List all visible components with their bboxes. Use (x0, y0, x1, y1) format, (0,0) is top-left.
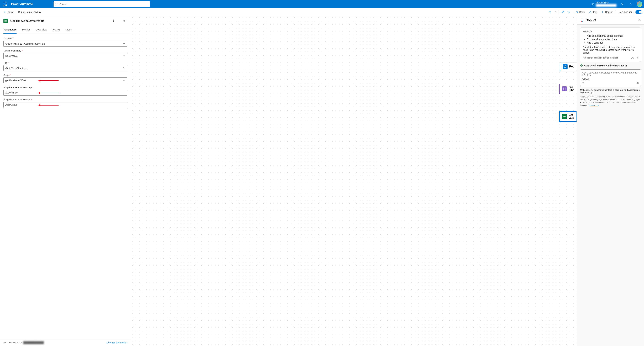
test-button[interactable]: Test (587, 10, 599, 14)
action-config-panel: Get TimeZoneOffset value Parameters Sett… (0, 16, 131, 346)
feedback-button[interactable] (560, 10, 565, 14)
gear-icon (621, 3, 624, 6)
input-timezone[interactable]: Asia/Seoul (4, 102, 127, 108)
variable-icon: {x} (562, 86, 567, 91)
close-copilot-button[interactable] (638, 18, 641, 22)
copilot-disclaimer: Make sure AI-generated content is accura… (580, 89, 641, 94)
more-vertical-icon (112, 19, 115, 22)
svg-rect-10 (576, 12, 578, 13)
change-connection-link[interactable]: Change connection (106, 341, 127, 344)
svg-marker-24 (38, 104, 40, 106)
save-icon (576, 11, 578, 14)
connected-service: Excel Online (Business) (599, 64, 627, 67)
annotation-arrow (38, 92, 58, 94)
tab-code-view[interactable]: Code view (36, 26, 47, 34)
avatar[interactable] (637, 2, 642, 7)
input-script[interactable]: getTimeZoneOffset (4, 78, 127, 83)
connected-to-label: Connected to (8, 341, 22, 344)
value-doclib: Documents (5, 54, 18, 57)
tab-settings[interactable]: Settings (22, 26, 30, 34)
app-name: Power Automate (11, 2, 33, 6)
send-icon[interactable] (636, 82, 639, 84)
close-icon (638, 18, 641, 21)
flow-name: Run at 5am everyday (18, 11, 41, 14)
clock-icon (563, 64, 568, 69)
card-label: valu (568, 116, 574, 120)
learn-more-link[interactable]: Learn more (589, 104, 598, 106)
test-label: Test (593, 11, 597, 14)
input-location[interactable]: SharePoint Site - Communication site (4, 41, 127, 47)
back-button[interactable]: Back (2, 10, 15, 14)
waffle-menu[interactable] (2, 1, 8, 8)
environment-name: ████████████ (596, 4, 616, 7)
thumbs-up-icon[interactable] (631, 56, 634, 59)
tab-parameters[interactable]: Parameters (4, 26, 16, 34)
field-doclib: Document Library * Documents (4, 50, 127, 59)
value-timestamp: 2015-01-15 (5, 91, 18, 94)
copilot-title: Copilot (586, 18, 636, 22)
field-timestamp: ScriptParameters/timestamp * 2015-01-15 (4, 86, 127, 96)
copilot-panel: Copilot example: Add an action that send… (577, 16, 644, 346)
sparkle-icon[interactable] (582, 82, 585, 84)
toolbar: Back Run at 5am everyday Save Test Copil… (0, 8, 644, 16)
flow-checker-button[interactable] (566, 10, 571, 14)
chevron-down-icon (122, 79, 125, 82)
copilot-icon (601, 11, 604, 14)
field-script: Script * getTimeZoneOffset (4, 74, 127, 83)
copilot-fine-print: Copilot is new technology that is still … (580, 95, 641, 106)
label-script: Script (4, 74, 9, 76)
copilot-label: Copilot (605, 11, 613, 14)
chevron-double-left-icon (123, 19, 126, 22)
search-box[interactable] (54, 2, 150, 7)
svg-marker-20 (38, 80, 40, 82)
svg-line-1 (57, 5, 58, 5)
copilot-message: example: Add an action that sends an ema… (580, 27, 641, 62)
input-timestamp[interactable]: 2015-01-15 (4, 90, 127, 96)
panel-header: Get TimeZoneOffset value (0, 16, 131, 26)
environment-selector[interactable]: Environments ████████████ (592, 2, 616, 7)
undo-button[interactable] (547, 10, 552, 14)
label-timezone: ScriptParameters/timezone (4, 98, 30, 101)
tab-about[interactable]: About (65, 26, 71, 34)
copilot-check-text: Check the flow's actions to see if any p… (583, 46, 638, 54)
thumbs-down-icon[interactable] (636, 56, 638, 59)
svg-point-6 (562, 11, 563, 12)
search-input[interactable] (60, 3, 148, 6)
label-location: Location (4, 37, 12, 40)
field-file: File * /DateTimeOffset.xlsx (4, 62, 127, 71)
svg-marker-22 (38, 92, 40, 94)
copilot-input-box[interactable]: 0/2000 (580, 69, 641, 86)
canvas-card-excel-selected[interactable]: Get valu (559, 111, 577, 122)
check-circle-icon (580, 64, 583, 67)
connection-name: ████████████ (23, 341, 44, 344)
flask-icon (589, 11, 592, 14)
canvas-card-variable[interactable]: {x} Get UTC (559, 84, 577, 94)
excel-icon (562, 114, 567, 119)
help-button[interactable] (628, 2, 634, 7)
environments-label: Environments (596, 2, 616, 4)
new-designer-toggle[interactable] (636, 10, 642, 14)
more-button[interactable] (111, 18, 116, 24)
value-location: SharePoint Site - Communication site (5, 42, 46, 45)
settings-button[interactable] (620, 2, 625, 7)
panel-title: Get TimeZoneOffset value (10, 20, 109, 22)
input-file[interactable]: /DateTimeOffset.xlsx (4, 65, 127, 71)
main-area: Get TimeZoneOffset value Parameters Sett… (0, 16, 644, 346)
copilot-button[interactable]: Copilot (600, 10, 614, 14)
copilot-input[interactable] (582, 71, 639, 77)
redo-button[interactable] (553, 10, 558, 14)
tab-testing[interactable]: Testing (52, 26, 60, 34)
collapse-button[interactable] (122, 18, 127, 24)
flow-canvas[interactable]: Rec {x} Get UTC Get valu (131, 16, 577, 346)
copilot-header: Copilot (577, 16, 644, 24)
field-location: Location * SharePoint Site - Communicati… (4, 37, 127, 47)
back-label: Back (8, 11, 13, 14)
svg-point-5 (622, 4, 623, 4)
canvas-card-recurrence[interactable]: Rec (560, 62, 577, 71)
panel-tabs: Parameters Settings Code view Testing Ab… (0, 26, 131, 34)
header-right: Environments ████████████ (592, 2, 642, 7)
help-icon (630, 3, 632, 6)
value-file: /DateTimeOffset.xlsx (5, 67, 28, 70)
input-doclib[interactable]: Documents (4, 53, 127, 59)
save-button[interactable]: Save (574, 10, 586, 14)
